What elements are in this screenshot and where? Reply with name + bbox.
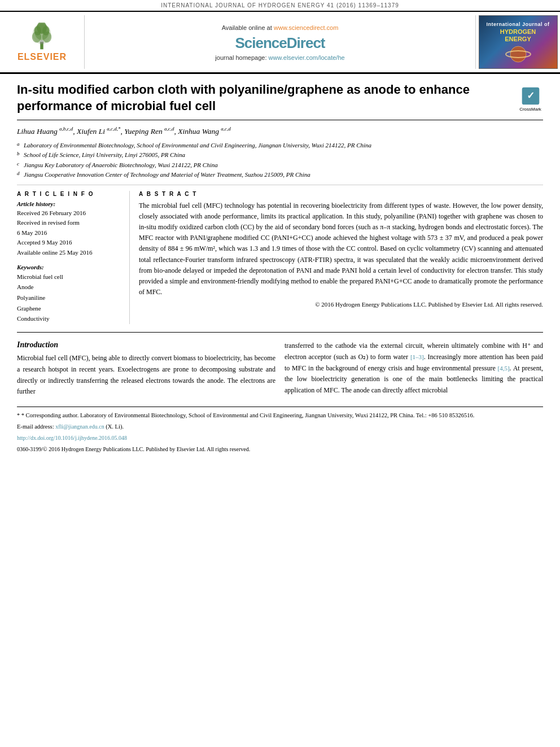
affil-a: a Laboratory of Environmental Biotechnol… bbox=[17, 141, 543, 150]
main-content-area: In-situ modified carbon cloth with polya… bbox=[0, 74, 560, 463]
accepted-date: Accepted 9 May 2016 bbox=[17, 238, 123, 248]
svg-text:✓: ✓ bbox=[527, 90, 535, 101]
keyword-0: Microbial fuel cell bbox=[17, 272, 123, 282]
keyword-1: Anode bbox=[17, 282, 123, 292]
received-date: Received 26 February 2016 bbox=[17, 208, 123, 219]
elsevier-tree-icon bbox=[25, 23, 59, 51]
elsevier-text: ELSEVIER bbox=[18, 52, 67, 62]
email-link[interactable]: xfli@jiangnan.edu.cn bbox=[55, 423, 104, 430]
keywords-label: Keywords: bbox=[17, 264, 123, 270]
title-section: In-situ modified carbon cloth with polya… bbox=[17, 82, 543, 120]
svg-point-7 bbox=[42, 26, 50, 35]
cover-decoration-icon bbox=[504, 43, 532, 63]
available-online: Available online 25 May 2016 bbox=[17, 248, 123, 258]
cover-title: HYDROGENENERGY bbox=[500, 28, 536, 43]
email-label: E-mail address: bbox=[17, 423, 54, 430]
issn-line: 0360-3199/© 2016 Hydrogen Energy Publica… bbox=[17, 444, 543, 454]
email-note: E-mail address: xfli@jiangnan.edu.cn (X.… bbox=[17, 422, 543, 432]
introduction-heading: Introduction bbox=[17, 340, 275, 350]
crossmark-label: CrossMark bbox=[519, 107, 541, 112]
abstract-copyright: © 2016 Hydrogen Energy Publications LLC.… bbox=[139, 301, 543, 308]
keyword-3: Graphene bbox=[17, 303, 123, 314]
journal-title-header: INTERNATIONAL JOURNAL OF HYDROGEN ENERGY… bbox=[161, 2, 399, 8]
corresponding-author-note: * * Corresponding author. Laboratory of … bbox=[17, 410, 543, 421]
crossmark-icon: ✓ bbox=[519, 86, 542, 106]
article-info-column: A R T I C L E I N F O Article history: R… bbox=[17, 191, 130, 324]
email-suffix: (X. Li). bbox=[106, 423, 124, 430]
header-area: ELSEVIER Available online at www.science… bbox=[0, 12, 560, 74]
elsevier-logo: ELSEVIER bbox=[18, 23, 67, 62]
introduction-section: Introduction Microbial fuel cell (MFC), … bbox=[17, 340, 543, 397]
affiliations-section: a Laboratory of Environmental Biotechnol… bbox=[17, 141, 543, 185]
authors-line: Lihua Huang a,b,c,d, Xiufen Li a,c,d,*, … bbox=[17, 126, 543, 136]
svg-point-8 bbox=[40, 40, 44, 43]
keyword-2: Polyaniline bbox=[17, 292, 123, 303]
intro-right-column: transferred to the cathode via the exter… bbox=[285, 340, 543, 397]
abstract-column: A B S T R A C T The microbial fuel cell … bbox=[139, 191, 543, 324]
abstract-label: A B S T R A C T bbox=[139, 191, 543, 197]
affil-b: b School of Life Science, Linyi Universi… bbox=[17, 150, 543, 160]
sciencedirect-area: Available online at www.sciencedirect.co… bbox=[85, 15, 475, 69]
journal-cover-area: International Journal of HYDROGENENERGY bbox=[475, 15, 560, 69]
authors-section: Lihua Huang a,b,c,d, Xiufen Li a,c,d,*, … bbox=[17, 126, 543, 136]
affil-c: c Jiangsu Key Laboratory of Anaerobic Bi… bbox=[17, 160, 543, 170]
article-info-label: A R T I C L E I N F O bbox=[17, 191, 123, 197]
intro-paragraph-2: transferred to the cathode via the exter… bbox=[285, 340, 543, 396]
section-divider bbox=[17, 332, 543, 333]
keywords-block: Keywords: Microbial fuel cell Anode Poly… bbox=[17, 264, 123, 324]
article-title: In-situ modified carbon cloth with polya… bbox=[17, 82, 509, 114]
history-label: Article history: bbox=[17, 200, 123, 207]
revised-date: 6 May 2016 bbox=[17, 228, 123, 238]
available-online-text: Available online at www.sciencedirect.co… bbox=[222, 23, 339, 32]
elsevier-logo-area: ELSEVIER bbox=[0, 15, 85, 69]
ref-link-4-5[interactable]: [4,5] bbox=[498, 365, 510, 372]
corresponding-author-text: * Corresponding author. Laboratory of En… bbox=[21, 412, 475, 418]
abstract-text: The microbial fuel cell (MFC) technology… bbox=[139, 200, 543, 298]
footer-section: * * Corresponding author. Laboratory of … bbox=[17, 407, 543, 454]
intro-left-column: Introduction Microbial fuel cell (MFC), … bbox=[17, 340, 275, 397]
ref-link-1-3[interactable]: [1–3] bbox=[410, 353, 424, 360]
revised-label: Received in revised form bbox=[17, 218, 123, 228]
crossmark-badge[interactable]: ✓ CrossMark bbox=[518, 86, 543, 112]
svg-point-6 bbox=[34, 26, 42, 35]
journal-header-bar: INTERNATIONAL JOURNAL OF HYDROGEN ENERGY… bbox=[0, 0, 560, 12]
journal-cover-image: International Journal of HYDROGENENERGY bbox=[479, 15, 558, 69]
doi-line: http://dx.doi.org/10.1016/j.ijhydene.201… bbox=[17, 433, 543, 443]
affil-d: d Jiangsu Cooperative Innovation Center … bbox=[17, 170, 543, 180]
cover-text-line1: International Journal of bbox=[486, 21, 549, 27]
doi-link[interactable]: http://dx.doi.org/10.1016/j.ijhydene.201… bbox=[17, 435, 127, 441]
journal-homepage-line: journal homepage: www.elsevier.com/locat… bbox=[215, 54, 344, 61]
title-text-area: In-situ modified carbon cloth with polya… bbox=[17, 82, 509, 114]
intro-paragraph-1: Microbial fuel cell (MFC), being able to… bbox=[17, 353, 275, 397]
sciencedirect-url-link[interactable]: www.sciencedirect.com bbox=[274, 24, 338, 31]
keyword-4: Conductivity bbox=[17, 313, 123, 324]
journal-homepage-link[interactable]: www.elsevier.com/locate/he bbox=[269, 54, 345, 61]
sciencedirect-logo: ScienceDirect bbox=[235, 34, 325, 52]
article-body: A R T I C L E I N F O Article history: R… bbox=[17, 191, 543, 324]
article-history-block: Article history: Received 26 February 20… bbox=[17, 200, 123, 258]
